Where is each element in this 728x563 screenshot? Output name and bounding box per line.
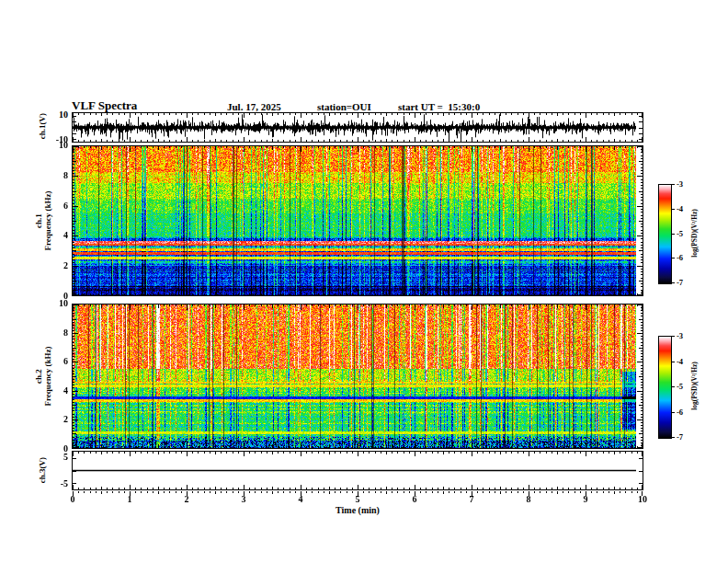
y-tick-label: 4	[36, 385, 68, 396]
ch2-spectrogram-canvas	[73, 304, 643, 448]
ch1-frequency-axis-label: ch.1 Frequency (kHz)	[34, 166, 52, 276]
y-tick-label: 10	[36, 298, 68, 308]
x-tick-label: 1	[119, 494, 141, 504]
colorbar-tick-label: -4	[677, 357, 697, 366]
y-tick-label: 2	[36, 260, 68, 270]
y-tick-label: 10	[36, 140, 68, 150]
y-tick-label: 4	[36, 230, 68, 240]
ch2-colorbar	[658, 336, 672, 439]
colorbar-tick	[671, 234, 675, 235]
colorbar-tick-label: -3	[677, 331, 697, 340]
ch1-axis-label-line1: ch.1	[34, 166, 43, 276]
colorbar-tick	[671, 184, 675, 185]
colorbar-tick	[671, 362, 675, 362]
y-tick-label: 6	[36, 356, 68, 366]
ch1-voltage-panel	[72, 112, 643, 143]
y-tick-label: 8	[36, 170, 68, 180]
ch3-waveform-canvas	[73, 452, 643, 489]
x-tick-label: 10	[631, 494, 654, 504]
colorbar-tick-label: -5	[677, 229, 697, 238]
ch1-colorbar	[658, 184, 672, 284]
colorbar-tick	[671, 437, 675, 438]
colorbar-tick	[671, 258, 675, 259]
colorbar-tick-label: -4	[677, 204, 697, 213]
x-tick-label: 7	[461, 494, 483, 504]
colorbar-tick-label: -7	[677, 432, 697, 442]
colorbar-tick-label: -7	[677, 278, 697, 287]
colorbar-tick-label: -6	[677, 253, 697, 262]
ch1-spectrogram-panel	[72, 145, 643, 296]
colorbar-tick-label: -5	[677, 382, 697, 391]
colorbar-tick	[671, 336, 675, 337]
ch3-voltage-axis-label: ch.3(V)	[38, 415, 47, 525]
x-tick-label: 4	[290, 494, 312, 504]
y-tick-label: 2	[36, 414, 68, 424]
figure-title: VLF Spectra	[72, 98, 137, 113]
time-axis-label: Time (min)	[321, 505, 394, 515]
start-ut-label: start UT = 15:30:0	[398, 101, 480, 112]
y-tick-label: -5	[36, 478, 68, 488]
y-tick-label: 8	[36, 327, 68, 338]
colorbar-tick-label: -6	[677, 408, 697, 417]
colorbar-tick	[671, 282, 675, 283]
y-tick-label: 10	[36, 109, 68, 120]
ch1-axis-label-line2: Frequency (kHz)	[43, 166, 52, 276]
y-tick-label: 5	[36, 452, 68, 462]
y-tick-label: 6	[36, 201, 68, 211]
x-tick-label: 2	[176, 494, 198, 504]
ch1-spectrogram-canvas	[73, 146, 643, 295]
vlf-spectra-figure: VLF Spectra Jul. 17, 2025 station=OUI st…	[0, 0, 728, 563]
x-tick-label: 8	[518, 494, 540, 504]
x-tick-label: 6	[404, 494, 426, 504]
x-tick-label: 3	[233, 494, 255, 504]
ch1-waveform-canvas	[73, 113, 643, 142]
colorbar-tick	[671, 386, 675, 387]
figure-date: Jul. 17, 2025	[227, 101, 281, 112]
colorbar-tick-label: -3	[677, 179, 697, 189]
station-label: station=OUI	[317, 101, 371, 112]
x-tick-label: 9	[574, 494, 597, 504]
colorbar-tick	[671, 209, 675, 210]
ch1-voltage-axis-label: ch.1(V)	[38, 71, 47, 181]
ch3-voltage-panel	[72, 451, 643, 490]
colorbar-tick	[671, 412, 675, 413]
x-tick-label: 5	[347, 494, 369, 504]
x-tick-label: 0	[62, 494, 84, 504]
ch2-spectrogram-panel	[72, 304, 643, 449]
